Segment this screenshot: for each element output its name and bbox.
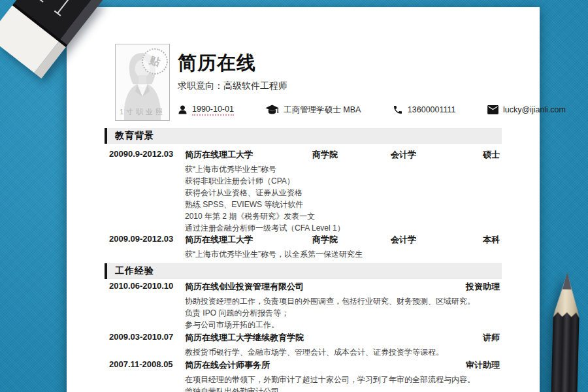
- detail-line: 熟练 SPSS、EVIEWS 等统计软件: [185, 199, 500, 210]
- education-details: 获“上海市优秀毕业生”称号，以全系第一保送研究生: [185, 248, 500, 260]
- work-company: 简历在线理工大学继续教育学院: [185, 332, 483, 344]
- edu-period: 2009.09-2012.03: [109, 234, 185, 246]
- phone-item: 13600001111: [393, 105, 456, 115]
- education-row: 20090.9-2012.03 简历在线理工大学 商学院 会计学 硕士: [109, 149, 500, 161]
- pencil-prop: [545, 269, 587, 392]
- detail-line: 获“上海市优秀毕业生”称号，以全系第一保送研究生: [185, 248, 500, 260]
- work-company: 简历在线创业投资管理有限公司: [185, 281, 466, 293]
- work-row: 2007.11-2008.05 简历在线会计师事务所 审计助理: [109, 359, 500, 371]
- edu-school: 简历在线理工大学: [185, 149, 312, 161]
- graduation-cap-icon: [265, 105, 279, 116]
- stamp-character: 贴: [148, 54, 162, 70]
- resume-title: 简历在线: [178, 50, 256, 76]
- phone-icon: [393, 105, 403, 115]
- detail-line: 通过注册金融分析师一级考试（CFA Level 1）: [185, 222, 500, 234]
- job-intention: 求职意向：高级软件工程师: [178, 80, 287, 92]
- degree-value: 工商管理学硕士 MBA: [284, 105, 361, 116]
- birth-date-value: 1990-10-01: [192, 105, 234, 116]
- edu-major: 会计学: [391, 234, 463, 246]
- work-details: 协助投资经理的工作，负责项目的外围调查，包括行业研究、财务预测、区域研究。 负责…: [185, 295, 500, 331]
- mail-icon: [487, 105, 498, 114]
- desk-background: 贴 1寸职业照 简历在线 求职意向：高级软件工程师 1990-10-01: [0, 0, 588, 392]
- work-position: 讲师: [483, 332, 500, 344]
- detail-line: 获得非职业注册会计师（CPA）: [185, 175, 500, 187]
- phone-value: 13600001111: [408, 105, 456, 114]
- email-value: lucky@ijianli.com: [503, 105, 566, 114]
- detail-line: 教授货币银行学、金融市场学、管理会计、成本会计、证券投资学等课程。: [185, 346, 500, 358]
- edu-college: 商学院: [312, 149, 391, 161]
- person-icon: [178, 105, 188, 115]
- pencil-graphite-tip: [563, 272, 572, 289]
- birth-date-item: 1990-10-01: [178, 105, 234, 116]
- detail-line: 曾独自带队出外勤审计公司。: [185, 385, 500, 392]
- edu-degree: 本科: [463, 234, 500, 246]
- work-period: 2010.06-2010.10: [109, 281, 185, 293]
- education-row: 2009.09-2012.03 简历在线理工大学 商学院 会计学 本科: [109, 234, 500, 246]
- contact-info-row: 1990-10-01 工商管理学硕士 MBA 13600001111: [178, 103, 566, 117]
- work-position: 审计助理: [466, 359, 500, 371]
- section-title: 教育背景: [115, 130, 154, 142]
- edu-school: 简历在线理工大学: [185, 234, 312, 246]
- detail-line: 获得会计从业资格、证券从业资格: [185, 187, 500, 199]
- work-period: 2007.11-2008.05: [109, 359, 185, 371]
- detail-line: 获“上海市优秀毕业生”称号: [185, 163, 500, 175]
- detail-line: 2010 年第 2 期《税务研究》发表一文: [185, 210, 500, 222]
- detail-line: 在项目经理的带领下，外勤审计了超过十家公司，学习到了年审的全部流程与内容。: [185, 374, 500, 385]
- email-item: lucky@ijianli.com: [487, 105, 566, 114]
- section-header-education: 教育背景: [105, 128, 502, 144]
- edu-major: 会计学: [391, 149, 463, 161]
- work-row: 2010.06-2010.10 简历在线创业投资管理有限公司 投资助理: [109, 281, 500, 293]
- work-period: 2009.03-2010.07: [109, 332, 185, 344]
- edu-period: 20090.9-2012.03: [109, 149, 185, 161]
- work-details: 教授货币银行学、金融市场学、管理会计、成本会计、证券投资学等课程。: [185, 346, 500, 358]
- detail-line: 协助投资经理的工作，负责项目的外围调查，包括行业研究、财务预测、区域研究。: [185, 295, 500, 307]
- work-details: 在项目经理的带领下，外勤审计了超过十家公司，学习到了年审的全部流程与内容。 曾独…: [185, 374, 500, 392]
- section-title: 工作经验: [115, 265, 154, 277]
- detail-line: 负责 IPO 问题的分析报告等；: [185, 307, 500, 319]
- work-row: 2009.03-2010.07 简历在线理工大学继续教育学院 讲师: [109, 332, 500, 344]
- work-company: 简历在线会计师事务所: [185, 359, 466, 371]
- education-details: 获“上海市优秀毕业生”称号 获得非职业注册会计师（CPA） 获得会计从业资格、证…: [185, 163, 500, 234]
- eraser-prop: GOES HERE: [0, 0, 140, 114]
- detail-line: 参与公司市场开拓的工作。: [185, 319, 500, 331]
- work-position: 投资助理: [466, 281, 500, 293]
- degree-item: 工商管理学硕士 MBA: [265, 105, 361, 116]
- edu-degree: 硕士: [463, 149, 500, 161]
- section-header-work: 工作经验: [105, 263, 502, 279]
- edu-college: 商学院: [312, 234, 391, 246]
- pencil-body: [551, 312, 580, 392]
